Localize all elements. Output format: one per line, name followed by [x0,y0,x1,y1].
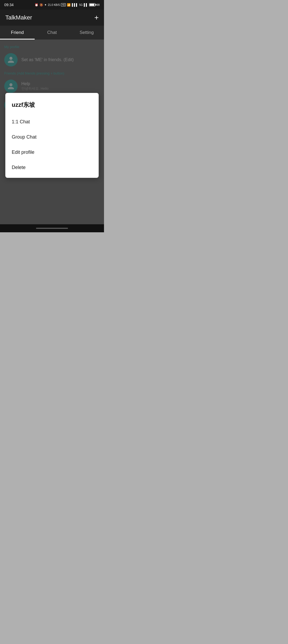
battery-level: 98 [97,3,100,6]
status-bar: 09:34 ⏰ 🔕 ✦ 21.0 KB/S HD 📶 ▌▌▌ 5G ▌▌ 98 [0,0,104,10]
main-content: My profile Set as 'ME' in friends. (Edit… [0,40,104,232]
hd-icon: HD [61,3,66,6]
menu-item-delete[interactable]: Delete [5,160,99,175]
signal-icon: ▌▌▌ [72,3,78,6]
app-header: TalkMaker + [0,10,104,26]
tab-setting[interactable]: Setting [69,26,104,40]
tab-chat[interactable]: Chat [35,26,69,40]
menu-item-edit-profile[interactable]: Edit profile [5,145,99,160]
tab-bar: Friend Chat Setting [0,26,104,40]
status-icons: ⏰ 🔕 ✦ 21.0 KB/S HD 📶 ▌▌▌ 5G ▌▌ 98 [35,3,100,7]
app-title: TalkMaker [5,14,32,21]
context-menu: uzzf东坡 1:1 Chat Group Chat Edit profile … [5,93,99,178]
wifi-icon: 📶 [67,3,71,7]
alarm-icon: ⏰ [35,3,38,7]
menu-item-one-to-one-chat[interactable]: 1:1 Chat [5,114,99,129]
add-button[interactable]: + [94,14,99,21]
battery-icon [89,3,95,6]
status-time: 09:34 [4,3,14,7]
5g-icon: 5G [79,3,83,6]
bluetooth-icon: ✦ [44,3,47,7]
menu-item-group-chat[interactable]: Group Chat [5,129,99,145]
tab-friend[interactable]: Friend [0,26,35,40]
battery-fill [90,4,94,6]
data-speed: 21.0 KB/S [48,3,60,6]
mute-icon: 🔕 [39,3,43,7]
5g-signal-icon: ▌▌ [84,3,88,6]
menu-username: uzzf东坡 [5,98,99,114]
